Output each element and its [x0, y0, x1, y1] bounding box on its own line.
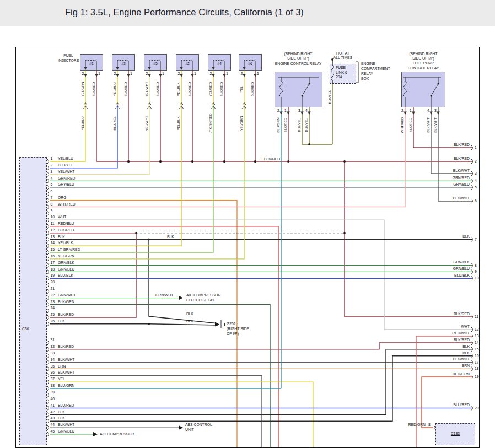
ground-location: (RIGHT SIDE: [227, 327, 249, 331]
left-pin-wire-label: BLK/RED: [58, 312, 74, 317]
left-pin-number: 38: [51, 384, 55, 388]
left-pin-number: 10: [51, 215, 55, 219]
left-pin-wire-label: BLU/GRN: [58, 384, 74, 388]
injector-pin-number: 1: [194, 72, 196, 76]
ecr-name: ENGINE CONTROL RELAY: [275, 62, 322, 66]
right-pin-number: 4: [475, 179, 477, 183]
injector-id: #6: [248, 62, 252, 66]
left-pin-number: 33: [51, 351, 55, 355]
left-pin-wire-label: GRN/WHT: [58, 293, 76, 298]
right-pin-number: 14: [475, 341, 479, 345]
left-pin-wire-label: YEL/WHT: [58, 170, 74, 174]
right-pin-number: 15: [475, 347, 479, 352]
ecr-pin-number: 2: [277, 109, 279, 113]
fpr-name: FUEL PUMP: [413, 61, 434, 66]
right-pin-number: 1: [475, 145, 477, 150]
right-pin-wire-label: WHT: [461, 325, 470, 329]
left-pin-number: 2: [51, 163, 53, 168]
left-pin-number: 23: [51, 300, 55, 304]
left-pin-number: 24: [51, 306, 55, 310]
engine-compartment-relay-box-label: ENGINE: [361, 62, 375, 66]
left-pin-number: 1: [51, 156, 53, 161]
left-pin-number: 44: [51, 423, 55, 427]
left-pin-wire-label: BLU/YEL: [58, 163, 73, 168]
vertical-wire-label: BLU/YEL: [112, 116, 117, 130]
fpr-location: SIDE OF I/P): [412, 56, 434, 61]
abs-control-unit-label: ABS CONTROL: [185, 423, 212, 427]
vertical-wire-label: YEL/BLK: [176, 82, 181, 96]
ecr-pin-wire-label: BLK/RED: [283, 118, 288, 132]
right-pin-wire-label: GRN/RED: [453, 176, 470, 180]
left-pin-number: 19: [51, 273, 55, 278]
left-pin-number: 41: [51, 403, 55, 408]
right-pin-wire-label: RED/WHT: [452, 331, 470, 336]
left-pin-number: 11: [51, 222, 55, 226]
injector-pin-number: 1: [130, 72, 132, 76]
ecr-pin-number: 4: [305, 109, 308, 113]
right-pin-number: 12: [475, 327, 479, 332]
left-pin-number: 6: [51, 189, 53, 193]
left-pin-number: 21: [51, 287, 55, 291]
left-pin-wire-label: RED/BLU: [58, 222, 74, 226]
right-pin-number: 5: [475, 185, 477, 190]
left-pin-number: 18: [51, 267, 55, 272]
fpr-location: (BEHIND RIGHT: [410, 52, 438, 56]
abs-control-unit-label: UNIT: [185, 428, 194, 432]
injector-id: #3: [121, 62, 126, 66]
labels-layer: 1YEL/BLU2BLU/YEL3YEL/WHT4GRN/RED5GRY/BLU…: [0, 0, 495, 448]
ground-wire-label: BLK: [186, 312, 193, 316]
left-pin-number: 45: [51, 429, 55, 434]
connector-c133-label: C133: [451, 431, 460, 436]
injector-pin-number: 2: [210, 72, 212, 76]
fpr-name: CONTROL RELAY: [408, 66, 439, 71]
ecr-location: SIDE OF I/P): [287, 56, 309, 61]
injector-id: #5: [153, 62, 158, 66]
left-pin-number: 5: [51, 182, 53, 187]
right-pin-number: 17: [475, 360, 479, 365]
injector-id: #2: [185, 62, 190, 66]
c133-wire-label: RED/GRN: [408, 423, 426, 427]
left-pin-number: 14: [51, 241, 55, 245]
vertical-wire-label: YEL/BLK: [176, 116, 181, 130]
right-pin-number: 18: [475, 366, 479, 371]
left-pin-number: 39: [51, 390, 55, 395]
fuel-injectors-label: FUEL: [63, 53, 73, 58]
left-pin-number: 15: [51, 247, 55, 252]
fuse-name: LINK 6: [336, 71, 347, 75]
left-pin-number: 34: [51, 358, 55, 362]
right-pin-wire-label: BLK/RED: [454, 143, 470, 147]
ecr-pin-wire-label: BLK/YEL: [304, 118, 309, 132]
hot-at-all-times-label: ALL TIMES: [333, 56, 352, 60]
engine-compartment-relay-box-label: RELAY: [361, 72, 373, 76]
left-pin-number: 31: [51, 338, 55, 342]
fpr-pin-wire-label: BLK/WHT: [426, 117, 431, 133]
right-pin-number: 8: [475, 263, 477, 268]
left-pin-number: 8: [51, 202, 53, 207]
vertical-wire-label: BLK/RED: [250, 82, 255, 96]
blk-wire-label: BLK: [167, 235, 174, 239]
vertical-wire-label: YEL/RED: [208, 82, 213, 96]
left-pin-wire-label: BLK: [58, 416, 65, 420]
vertical-wire-label: BLK/RED: [219, 82, 224, 96]
left-pin-number: 3: [51, 170, 53, 174]
fpr-pin-wire-label: WHT/RED: [400, 117, 405, 133]
left-pin-wire-label: BLU/BLK: [58, 273, 73, 278]
fuse-name: FUSE: [336, 66, 346, 70]
right-pin-wire-label: BLU/BLK: [454, 273, 470, 278]
vertical-wire-label: YEL/WHT: [144, 82, 149, 97]
vertical-wire-label: BLK/RED: [123, 82, 128, 96]
left-pin-number: 22: [51, 293, 55, 298]
vertical-wire-label: BLK/RED: [92, 82, 96, 96]
left-pin-number: 40: [51, 397, 55, 401]
left-pin-number: 32: [51, 344, 55, 349]
ecr-pin-number: 1: [284, 109, 287, 113]
left-pin-wire-label: GRN/BLU: [58, 267, 74, 272]
left-pin-number: 13: [51, 235, 55, 239]
right-pin-wire-label: BLK/RED: [454, 312, 470, 316]
right-pin-wire-label: BLK/WHT: [453, 357, 470, 361]
right-pin-number: 19: [475, 375, 479, 379]
fpr-pin-number: 3: [434, 109, 437, 113]
right-pin-number: 16: [475, 354, 479, 358]
engine-compartment-relay-box-label: COMPARTMENT: [361, 67, 390, 71]
ecr-pin-wire-label: BLU/GRN: [276, 117, 281, 133]
